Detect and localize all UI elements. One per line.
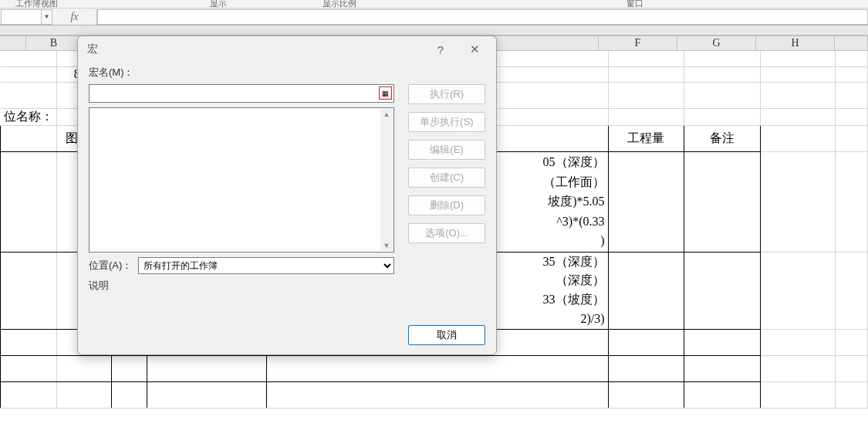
location-select[interactable]: 所有打开的工作簿	[138, 257, 394, 274]
options-button[interactable]: 选项(O)...	[408, 223, 485, 243]
help-button[interactable]: ?	[424, 39, 458, 60]
close-icon: ✕	[470, 42, 480, 56]
cancel-button[interactable]: 取消	[408, 325, 485, 345]
macro-name-label: 宏名(M)：	[89, 66, 394, 80]
macro-list-scrollbar[interactable]: ▲ ▼	[380, 109, 393, 251]
col-A[interactable]	[0, 36, 26, 50]
refedit-icon[interactable]: ▦	[379, 86, 392, 100]
col-F[interactable]: F	[599, 36, 677, 50]
table-row	[1, 355, 868, 381]
dialog-titlebar[interactable]: 宏 ? ✕	[78, 36, 496, 63]
col-I[interactable]	[835, 36, 868, 50]
cell-label[interactable]: 位名称：	[1, 108, 57, 125]
location-label: 位置(A)：	[89, 259, 132, 273]
table-row	[1, 381, 868, 408]
scroll-down-icon[interactable]: ▼	[383, 240, 390, 251]
delete-button[interactable]: 删除(D)	[408, 195, 485, 215]
ribbon-group-labels: 工作簿视图 显示 显示比例 窗口	[0, 0, 868, 8]
name-box[interactable]	[1, 9, 42, 25]
edit-button[interactable]: 编辑(E)	[408, 140, 485, 160]
scroll-up-icon[interactable]: ▲	[383, 109, 390, 120]
macro-list[interactable]: ▲ ▼	[89, 107, 394, 253]
col-G[interactable]: G	[677, 36, 756, 50]
close-button[interactable]: ✕	[458, 39, 491, 60]
create-button[interactable]: 创建(C)	[408, 168, 485, 188]
step-button[interactable]: 单步执行(S)	[408, 112, 485, 132]
hdr-beizhu[interactable]: 备注	[684, 125, 761, 151]
run-button[interactable]: 执行(R)	[408, 84, 485, 104]
col-H[interactable]: H	[756, 36, 835, 50]
formula-input[interactable]	[97, 9, 868, 25]
formula-bar: ▼ fx	[0, 8, 868, 25]
macro-dialog: 宏 ? ✕ 宏名(M)： ▦ ▲ ▼ 执行(R) 单步执行(S) 编辑(E) 创…	[77, 36, 497, 355]
col-B[interactable]: B	[26, 36, 82, 50]
description-label: 说明	[89, 279, 394, 293]
fx-label[interactable]: fx	[52, 9, 97, 25]
dialog-title: 宏	[87, 42, 424, 56]
macro-name-input[interactable]	[89, 84, 394, 103]
hdr-gcl[interactable]: 工程量	[608, 125, 684, 151]
name-box-dropdown[interactable]: ▼	[42, 9, 52, 25]
spacer-bar	[0, 25, 868, 36]
